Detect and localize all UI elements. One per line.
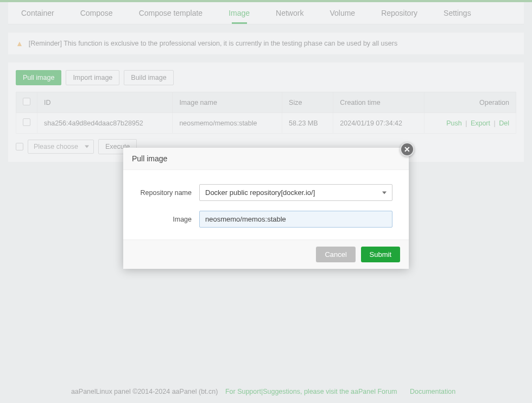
repository-select-value: Docker public repository[docker.io/] [205,188,315,197]
pull-image-modal: ✕ Pull image Repository name Docker publ… [123,148,409,269]
submit-button[interactable]: Submit [361,247,400,262]
form-row-repository: Repository name Docker public repository… [140,184,392,201]
cancel-button[interactable]: Cancel [316,247,355,262]
repository-name-label: Repository name [140,189,199,197]
modal-body: Repository name Docker public repository… [123,170,409,240]
image-input[interactable] [199,211,392,228]
chevron-down-icon [382,191,387,194]
form-row-image: Image [140,211,392,228]
close-icon[interactable]: ✕ [400,142,414,156]
modal-footer: Cancel Submit [123,240,409,269]
repository-select[interactable]: Docker public repository[docker.io/] [199,184,392,201]
image-label: Image [140,216,199,223]
modal-title: Pull image [123,148,409,170]
